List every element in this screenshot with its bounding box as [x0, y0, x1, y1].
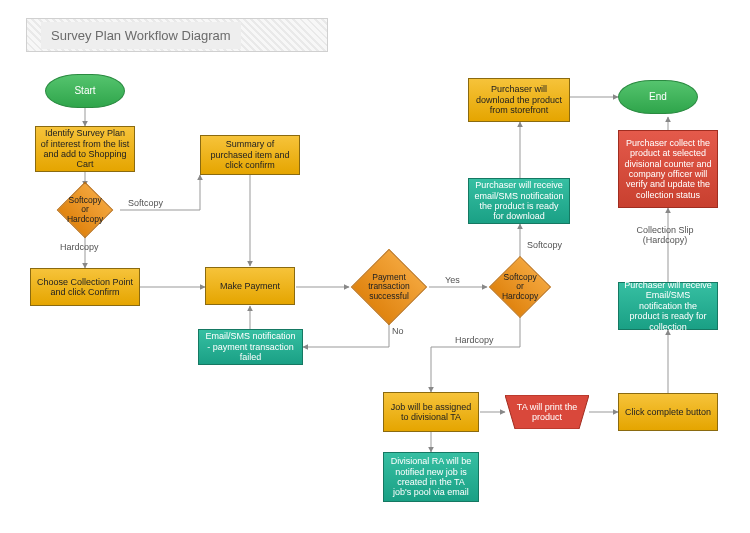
edge-label-hardcopy-2: Hardcopy: [455, 335, 494, 345]
edge-label-collection-slip: Collection Slip (Hardcopy): [625, 225, 705, 245]
node-summary: Summary of purchased item and click conf…: [200, 135, 300, 175]
edge-label-no: No: [392, 326, 404, 336]
node-hard-ready: Purchaser will receive Email/SMS notific…: [618, 282, 718, 330]
node-assign-ta: Job will be assigned to divisional TA: [383, 392, 479, 432]
edge-label-hardcopy-1: Hardcopy: [60, 242, 99, 252]
node-make-payment: Make Payment: [205, 267, 295, 305]
diagram-title: Survey Plan Workflow Diagram: [41, 22, 241, 49]
node-choose-collection: Choose Collection Point and click Confir…: [30, 268, 140, 306]
node-end: End: [618, 80, 698, 114]
edge-label-softcopy-1: Softcopy: [128, 198, 163, 208]
node-download: Purchaser will download the product from…: [468, 78, 570, 122]
node-click-complete: Click complete button: [618, 393, 718, 431]
node-collect: Purchaser collect the product at selecte…: [618, 130, 718, 208]
node-decision-format-1: Softcopy or Hardcopy: [57, 182, 114, 239]
diagram-title-box: Survey Plan Workflow Diagram: [26, 18, 328, 52]
node-decision-payment: Payment transaction successful: [351, 249, 427, 325]
edge-label-yes: Yes: [445, 275, 460, 285]
node-start: Start: [45, 74, 125, 108]
node-soft-ready: Purchaser will receive email/SMS notific…: [468, 178, 570, 224]
node-ta-print: TA will print the product: [505, 395, 589, 429]
edge-label-softcopy-2: Softcopy: [527, 240, 562, 250]
node-ra-notify: Divisional RA will be notified new job i…: [383, 452, 479, 502]
node-decision-format-2: Softcopy or Hardcopy: [489, 256, 551, 318]
node-identify: Identify Survey Plan of interest from th…: [35, 126, 135, 172]
node-payment-fail: Email/SMS notification - payment transac…: [198, 329, 303, 365]
flowchart-canvas: Survey Plan Workflow Diagram: [0, 0, 750, 533]
